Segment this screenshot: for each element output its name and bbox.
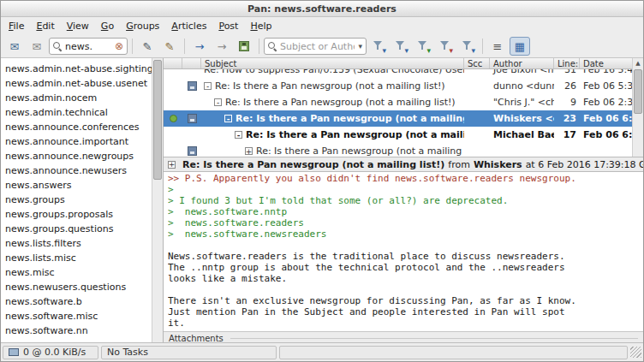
menu-edit[interactable]: Edit <box>30 18 60 34</box>
thread-headers-view-button[interactable]: ≡ <box>487 37 508 56</box>
menu-view[interactable]: View <box>61 18 95 34</box>
menu-post[interactable]: Post <box>212 18 244 34</box>
article-row[interactable]: -Re: Is there a Pan newsgroup (not a mai… <box>164 94 634 110</box>
body-line: There isn't an exclusive newsgroup for d… <box>168 295 639 306</box>
groups-scrollbar[interactable] <box>152 58 163 342</box>
article-row[interactable]: -Re: Is there a Pan newsgroup (not a mai… <box>164 110 634 127</box>
article-search-text: Subject or Author... <box>280 41 355 52</box>
scroll-up-icon[interactable]: ▲ <box>633 58 643 68</box>
menu-groups[interactable]: Groups <box>120 18 165 34</box>
group-item[interactable]: news.answers <box>1 178 152 193</box>
column-header-subject[interactable]: Subject <box>201 58 464 68</box>
flag-icon <box>170 115 177 122</box>
group-item[interactable]: news.groups.proposals <box>1 207 152 222</box>
funnel-arrow-icon: ▾ <box>426 47 431 55</box>
column-header-icon[interactable] <box>164 58 182 68</box>
search-icon <box>53 42 62 50</box>
preview-date: at 6 Feb 2016 17:39:18 GMT <box>526 159 643 170</box>
preview-header[interactable]: + Re: Is there a Pan newsgroup (not a ma… <box>164 157 643 172</box>
thread-expander-icon[interactable]: - <box>204 82 212 90</box>
lines-cell: 9 <box>554 97 580 108</box>
thread-expander-icon[interactable]: - <box>235 131 242 139</box>
article-row[interactable]: +Re: Is there a Pan newsgroup (not a mai… <box>164 143 634 157</box>
group-item[interactable]: news.lists.misc <box>1 251 152 265</box>
body-line <box>168 284 639 295</box>
headers-scrollbar-thumb[interactable] <box>634 69 642 114</box>
resize-grip[interactable] <box>630 347 641 358</box>
group-item[interactable]: news.admin.technical <box>1 105 152 120</box>
followup-article-button[interactable]: ✎ <box>159 37 180 56</box>
preview-subject: Re: Is there a Pan newsgroup (not a mail… <box>182 159 444 170</box>
column-header-scc[interactable]: Scc <box>464 58 490 68</box>
article-row[interactable]: -Re: Is there a Pan newsgroup (not a mai… <box>164 78 634 94</box>
menu-articles[interactable]: Articles <box>165 18 212 34</box>
chevron-down-icon[interactable]: ▾ <box>358 42 362 50</box>
pane-layout-view-button[interactable]: ▦ <box>510 37 530 56</box>
group-item[interactable]: news.announce.important <box>1 134 152 149</box>
funnel-icon: ▾ <box>417 40 429 52</box>
search-icon <box>268 42 277 50</box>
thread-expander-icon[interactable]: - <box>224 115 232 122</box>
group-item[interactable]: news.lists.filters <box>1 236 152 251</box>
menu-go[interactable]: Go <box>95 18 120 34</box>
preview-from-label: from <box>448 159 470 170</box>
article-row[interactable]: -Re: Is there a Pan newsgroup (not a mai… <box>164 127 634 143</box>
body-line: Just mention Pan in the Subject and peop… <box>168 306 639 317</box>
date-cell: Feb 06 6:3 <box>580 113 634 124</box>
main-area: news.admin.net-abuse.sightingsnews.admin… <box>1 58 643 342</box>
get-selected-headers-button[interactable]: ✉ <box>27 37 47 56</box>
match-read-articles-button[interactable]: ▾ <box>368 37 389 56</box>
group-item[interactable]: news.announce.newgroups <box>1 149 152 163</box>
match-binary-articles-button[interactable]: ▾ <box>435 37 456 56</box>
funnel-arrow-icon: ▾ <box>404 47 408 55</box>
clear-search-icon[interactable]: ⊗ <box>115 41 123 51</box>
column-header-icon[interactable] <box>182 58 201 68</box>
get-new-headers-button[interactable]: ✉ <box>4 37 25 56</box>
funnel-arrow-icon: ▾ <box>449 47 453 55</box>
body-line: it. <box>168 317 639 329</box>
match-unread-articles-button[interactable]: ▾ <box>391 37 411 56</box>
article-row[interactable]: Re: How to suppress Pan/0.139 (Sexual Ch… <box>164 69 634 78</box>
menu-file[interactable]: File <box>3 18 30 34</box>
subject-text: Re: How to suppress Pan/0.139 (Sexual Ch… <box>204 69 464 75</box>
group-item[interactable]: news.software.b <box>1 294 152 309</box>
group-item[interactable]: news.announce.newusers <box>1 163 152 178</box>
lines-cell: 17 <box>554 129 580 140</box>
header-pane: SubjectSccAuthorLine:Date Re: How to sup… <box>164 58 643 157</box>
group-item[interactable]: news.software.misc <box>1 309 152 323</box>
statusbar: 0 @ 0.0 KiB/s No Tasks <box>1 342 643 361</box>
thread-expander-icon[interactable]: - <box>214 98 222 106</box>
headers-expander-icon[interactable]: + <box>168 161 176 169</box>
match-cached-articles-button[interactable]: ▾ <box>413 37 433 56</box>
column-header-author[interactable]: Author <box>490 58 554 68</box>
groups-scrollbar-thumb[interactable] <box>153 60 162 180</box>
attachments-bar[interactable]: Attachments <box>164 331 643 342</box>
group-item[interactable]: news.groups <box>1 193 152 207</box>
column-header-date[interactable]: Date <box>580 58 635 68</box>
menu-help[interactable]: Help <box>244 18 277 34</box>
column-header-line[interactable]: Line: <box>554 58 580 68</box>
task-status[interactable]: No Tasks <box>101 346 277 359</box>
group-item[interactable]: news.announce.conferences <box>1 120 152 134</box>
read-next-article-button[interactable]: → <box>212 37 232 56</box>
list-lines-icon: ≡ <box>493 41 503 52</box>
match-my-articles-button[interactable]: ▾ <box>457 37 478 56</box>
group-item[interactable]: news.misc <box>1 265 152 280</box>
save-article-button[interactable] <box>234 37 254 56</box>
group-item[interactable]: news.groups.questions <box>1 222 152 236</box>
read-next-unread-button[interactable]: → <box>189 37 210 56</box>
group-item[interactable]: news.admin.net-abuse.usenet <box>1 76 152 91</box>
date-cell: Feb 06 2:3 <box>580 97 634 108</box>
post-article-button[interactable]: ✎ <box>137 37 158 56</box>
headers-scrollbar[interactable]: ▲ <box>632 58 643 157</box>
article-search[interactable]: Subject or Author...▾ <box>264 38 367 55</box>
titlebar[interactable]: Pan: news.software.readers <box>1 1 643 17</box>
group-item[interactable]: news.newusers.questions <box>1 280 152 294</box>
thread-expander-icon[interactable]: + <box>245 147 253 155</box>
group-item[interactable]: news.software.nn <box>1 323 152 338</box>
group-search[interactable]: news.⊗ <box>49 38 128 55</box>
toolbar-separator <box>132 39 133 54</box>
date-cell: Feb 06 6:4 <box>580 129 634 140</box>
group-item[interactable]: news.admin.net-abuse.sightings <box>1 62 152 76</box>
group-item[interactable]: news.admin.nocem <box>1 91 152 105</box>
